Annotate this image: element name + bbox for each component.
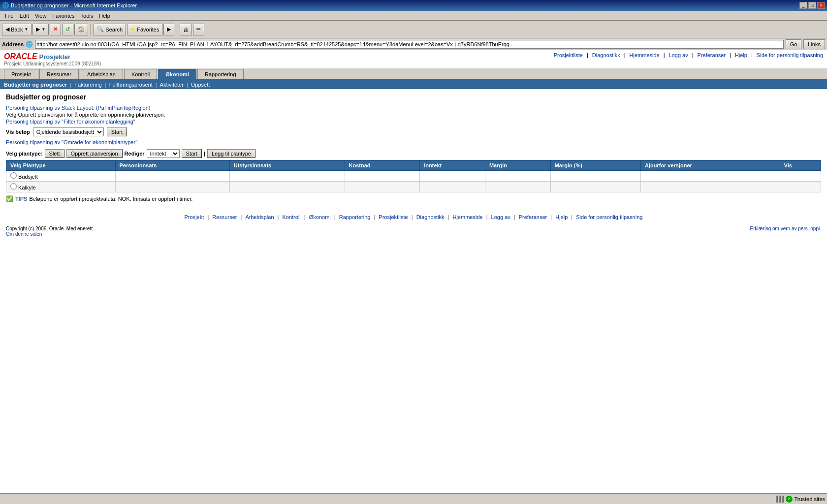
tab-kontroll[interactable]: Kontroll [124, 69, 157, 79]
opprett-planversjon-button[interactable]: Opprett planversjon [66, 149, 123, 158]
footer-nav-diagnostikk[interactable]: Diagnostikk [416, 214, 445, 220]
address-label: Address [2, 41, 24, 47]
footer-nav-side-personlig[interactable]: Side for personlig tilpasning [576, 214, 642, 220]
row2-personinnsats [115, 182, 229, 192]
go-button[interactable]: Go [786, 39, 802, 49]
footer-nav-logg-av[interactable]: Logg av [491, 214, 510, 220]
back-dropdown-icon: ▼ [24, 27, 28, 32]
plan-table: Velg Plantype Personinnsats Utstyrsinnsa… [6, 160, 821, 192]
footer-nav-rapportering[interactable]: Rapportering [339, 214, 371, 220]
tab-prosjekt[interactable]: Prosjekt [4, 69, 38, 79]
menu-view[interactable]: View [32, 12, 50, 20]
start2-button[interactable]: Start [182, 149, 202, 158]
rediger-select[interactable]: InntektKostnadMargin [147, 149, 180, 158]
titlebar-title: 🌐 Budsjetter og prognoser - Microsoft In… [2, 2, 137, 9]
home-button[interactable]: 🏠 [74, 24, 88, 35]
footer-nav-preferanser[interactable]: Preferanser [519, 214, 547, 220]
search-button[interactable]: 🔍 Search [94, 24, 126, 35]
om-denne-siden-link[interactable]: Om denne siden [6, 231, 42, 237]
nav-preferanser[interactable]: Preferanser [698, 52, 726, 58]
stop-button[interactable]: ✕ [50, 24, 61, 35]
menu-help[interactable]: Help [96, 12, 113, 20]
legg-til-plantype-button[interactable]: Legg til plantype [207, 149, 255, 158]
footer-nav-kontroll[interactable]: Kontroll [282, 214, 300, 220]
row1-radio[interactable] [10, 172, 17, 179]
stop-icon: ✕ [53, 26, 58, 32]
status-right: ✓ Trusted sites [776, 496, 825, 503]
row1-select-cell: Budsjett [6, 171, 116, 182]
info-text: Velg Opprett planversjon for å opprette … [6, 112, 821, 118]
toolbar-separator-2 [177, 24, 177, 35]
rediger-label: Rediger [125, 151, 145, 157]
sub-nav-fakturering[interactable]: Fakturering [74, 82, 102, 88]
links-button[interactable]: Links [803, 39, 825, 49]
row2-margin [485, 182, 550, 192]
vis-belop-start-button[interactable]: Start [107, 127, 127, 136]
vis-belop-select[interactable]: Gjeldende basisbudsjettAlternativ 2Alter… [33, 127, 104, 136]
tab-arbeidsplan[interactable]: Arbeidsplan [80, 69, 123, 79]
nav-logg-av[interactable]: Logg av [669, 52, 688, 58]
back-button[interactable]: ◀ Back ▼ [2, 24, 32, 35]
maximize-button[interactable]: □ [808, 2, 816, 9]
footer-nav-hjemmeside[interactable]: Hjemmeside [452, 214, 482, 220]
edit-button[interactable]: ✏ [193, 24, 204, 35]
minimize-button[interactable]: _ [799, 2, 807, 9]
close-button[interactable]: × [817, 2, 825, 9]
footer-nav-hjelp[interactable]: Hjelp [555, 214, 568, 220]
footer-nav-arbeidsplan[interactable]: Arbeidsplan [245, 214, 274, 220]
forward-button[interactable]: ▶ ▼ [32, 24, 49, 35]
nav-personlig-tilpasning[interactable]: Side for personlig tilpasning [757, 52, 823, 58]
favorites-button[interactable]: ★ Favorites [127, 24, 162, 35]
menu-edit[interactable]: Edit [17, 12, 32, 20]
personal-link-3[interactable]: Personlig tilpasning av "Område for økon… [6, 139, 821, 145]
row2-kostnad [345, 182, 420, 192]
oracle-logo: ORACLE Prosjekter [4, 52, 101, 61]
row1-margin-pct [550, 171, 640, 182]
footer-nav-prosjektliste[interactable]: Prosjektliste [379, 214, 408, 220]
media-button[interactable]: ▶ [163, 24, 174, 35]
statusbar: ✓ Trusted sites [0, 493, 827, 504]
col-margin: Margin [485, 160, 550, 171]
status-progress-bars [776, 496, 784, 503]
menu-file[interactable]: File [2, 12, 17, 20]
personal-link-1[interactable]: Personlig tilpasning av Stack Layout: (P… [6, 105, 821, 111]
titlebar-text: Budsjetter og prognoser - Microsoft Inte… [11, 2, 137, 8]
col-inntekt: Inntekt [420, 160, 485, 171]
erklaering-link[interactable]: Erklæring om vern av pers. oppl. [750, 226, 821, 237]
footer-nav-ressurser[interactable]: Ressurser [212, 214, 237, 220]
edit-icon: ✏ [196, 26, 201, 32]
menubar: File Edit View Favorites Tools Help [0, 11, 827, 21]
nav-hjemmeside[interactable]: Hjemmeside [630, 52, 660, 58]
tab-okonomi[interactable]: Økonomi [158, 69, 196, 79]
menu-favorites[interactable]: Favorites [49, 12, 77, 20]
nav-hjelp[interactable]: Hjelp [735, 52, 747, 58]
footer-nav-prosjekt[interactable]: Prosjekt [185, 214, 204, 220]
col-margin-pct: Margin (%) [550, 160, 640, 171]
sub-nav-fullforingsprosent[interactable]: Fullføringsprosent [109, 82, 153, 88]
slett-button[interactable]: Slett [45, 149, 64, 158]
sub-nav-aktiviteter[interactable]: Aktiviteter [160, 82, 184, 88]
table-row: Budsjett [6, 171, 821, 182]
tab-ressurser[interactable]: Ressurser [39, 69, 79, 79]
velg-plantype-label: Velg plantype: [6, 151, 43, 157]
sub-nav-oppsett[interactable]: Oppsett [191, 82, 210, 88]
sub-nav-budsjetter[interactable]: Budsjetter og prognoser [4, 82, 67, 88]
row1-personinnsats [115, 171, 229, 182]
titlebar: 🌐 Budsjetter og prognoser - Microsoft In… [0, 0, 827, 11]
nav-diagnostikk[interactable]: Diagnostikk [592, 52, 620, 58]
row2-radio[interactable] [10, 183, 17, 189]
top-nav-links: Prosjektliste | Diagnostikk | Hjemmeside… [554, 52, 823, 58]
nav-prosjektliste[interactable]: Prosjektliste [554, 52, 583, 58]
vis-belop-label: Vis beløp [6, 129, 30, 135]
print-button[interactable]: 🖨 [180, 24, 192, 35]
tab-rapportering[interactable]: Rapportering [197, 69, 244, 79]
row2-margin-pct [550, 182, 640, 192]
menu-tools[interactable]: Tools [78, 12, 96, 20]
row1-utstyrsinnsats [229, 171, 345, 182]
footer-nav-okonomi[interactable]: Økonomi [309, 214, 331, 220]
titlebar-controls: _ □ × [799, 2, 825, 9]
refresh-button[interactable]: ↺ [62, 24, 73, 35]
personal-link-2[interactable]: Personlig tilpasning av "Filter for økon… [6, 119, 821, 125]
address-input[interactable] [35, 40, 784, 49]
status-zone: ✓ Trusted sites [786, 496, 825, 503]
